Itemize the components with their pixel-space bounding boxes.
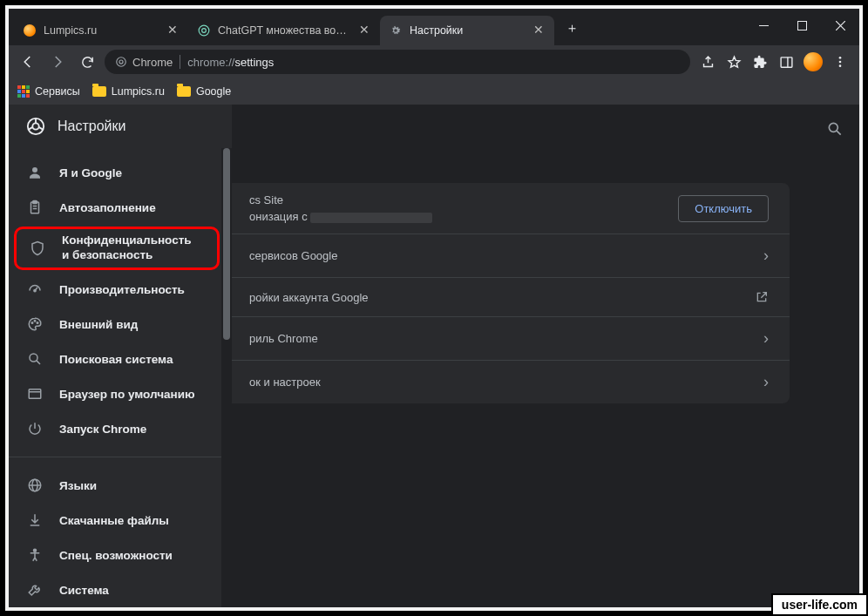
svg-line-24	[37, 361, 40, 364]
tab-title: ChatGPT множества возможн	[218, 24, 350, 37]
svg-point-23	[30, 354, 37, 362]
svg-rect-25	[29, 389, 41, 399]
svg-rect-2	[759, 25, 769, 26]
sidebar-item-privacy[interactable]: Конфиденциальность и безопасность	[14, 227, 220, 270]
maximize-button[interactable]	[783, 10, 821, 40]
folder-icon	[177, 86, 191, 97]
chrome-logo-icon	[26, 117, 45, 136]
sidebar-item-languages[interactable]: Языки	[9, 468, 232, 503]
card-row-chrome-profile[interactable]: риль Chrome ›	[232, 316, 790, 360]
main-search-button[interactable]	[810, 105, 859, 153]
sidebar-label: Автозаполнение	[59, 201, 156, 214]
titlebar: Lumpics.ru ✕ ChatGPT множества возможн ✕…	[9, 9, 859, 45]
sidebar-title: Настройки	[58, 118, 125, 134]
favicon-chatgpt-icon	[197, 24, 211, 37]
url-text: chrome://settings	[187, 56, 274, 69]
chrome-chip: Chrome	[115, 56, 173, 69]
svg-point-13	[32, 167, 37, 173]
bookmark-lumpics[interactable]: Lumpics.ru	[92, 85, 165, 98]
svg-point-10	[839, 64, 842, 67]
sidebar-label: Поисковая система	[59, 353, 173, 366]
sidebar-label: Спец. возможности	[59, 549, 173, 562]
reload-button[interactable]	[75, 50, 99, 74]
share-icon[interactable]	[699, 53, 716, 71]
card-row-bookmarks-settings[interactable]: ок и настроек ›	[232, 360, 790, 403]
close-icon[interactable]: ✕	[532, 24, 546, 37]
search-icon	[26, 350, 44, 368]
download-icon	[26, 511, 44, 529]
separator	[180, 55, 180, 69]
window-controls	[744, 10, 859, 40]
window-icon	[26, 385, 44, 403]
scrollbar-thumb[interactable]	[223, 148, 230, 340]
scrollbar-track[interactable]	[221, 148, 232, 607]
sync-card: cs Site онизация с Отключить сервисов Go…	[232, 183, 790, 403]
sync-title-partial: cs Site	[249, 193, 432, 206]
url-prefix: Chrome	[132, 56, 173, 69]
close-icon[interactable]: ✕	[166, 24, 180, 37]
sync-subtitle: онизация с	[249, 210, 432, 223]
close-icon[interactable]: ✕	[357, 24, 371, 37]
sidebar-label: Языки	[59, 479, 97, 492]
speed-icon	[26, 281, 44, 298]
svg-point-31	[829, 123, 837, 132]
menu-icon[interactable]	[831, 53, 849, 71]
close-window-button[interactable]	[821, 10, 859, 40]
sidebar-item-you-and-google[interactable]: Я и Google	[9, 155, 232, 190]
forward-button[interactable]	[45, 50, 70, 74]
palette-icon	[26, 315, 44, 333]
person-icon	[26, 164, 44, 181]
profile-avatar[interactable]	[804, 52, 823, 71]
bookmark-google[interactable]: Google	[177, 85, 231, 98]
sidebar-label: Производительность	[59, 283, 185, 296]
sidebar-item-autofill[interactable]: Автозаполнение	[9, 190, 232, 225]
sync-card-header: cs Site онизация с Отключить	[232, 183, 790, 234]
omnibox[interactable]: Chrome chrome://settings	[105, 50, 690, 74]
card-row-google-services[interactable]: сервисов Google ›	[232, 234, 790, 277]
new-tab-button[interactable]: ＋	[559, 16, 584, 40]
apps-shortcut[interactable]: Сервисы	[17, 85, 80, 98]
sidebar-item-system[interactable]: Система	[9, 572, 232, 607]
bookmark-star-icon[interactable]	[725, 53, 743, 71]
sidebar-item-downloads[interactable]: Скачанные файлы	[9, 503, 232, 538]
tab-chatgpt[interactable]: ChatGPT множества возможн ✕	[188, 16, 380, 45]
sidebar-label: Браузер по умолчанию	[59, 388, 195, 401]
redacted-email	[310, 213, 432, 223]
external-link-icon	[755, 290, 769, 304]
card-row-google-account[interactable]: ройки аккаунта Google	[232, 277, 790, 316]
tab-settings[interactable]: Настройки ✕	[380, 16, 554, 45]
svg-rect-15	[33, 201, 37, 204]
sidebar-item-performance[interactable]: Производительность	[9, 272, 232, 307]
tab-lumpics[interactable]: Lumpics.ru ✕	[14, 16, 188, 45]
svg-point-1	[202, 29, 207, 33]
minimize-button[interactable]	[744, 10, 783, 40]
disable-sync-button[interactable]: Отключить	[678, 195, 769, 222]
toolbar-icons	[695, 52, 852, 71]
sidebar-item-search[interactable]: Поисковая система	[9, 342, 232, 376]
favicon-gear-icon	[389, 24, 403, 37]
apps-grid-icon	[17, 85, 30, 98]
sidebar-label: Система	[59, 584, 109, 597]
watermark: user-life.com	[771, 593, 868, 616]
wrench-icon	[26, 581, 44, 599]
sidepanel-icon[interactable]	[777, 53, 795, 71]
sidebar-item-startup[interactable]: Запуск Chrome	[9, 411, 232, 446]
favicon-orange-icon	[23, 24, 37, 37]
chevron-right-icon: ›	[763, 329, 769, 348]
globe-icon	[26, 477, 44, 494]
shield-icon	[29, 240, 46, 257]
sidebar-divider	[9, 457, 232, 457]
settings-cards: cs Site онизация с Отключить сервисов Go…	[232, 183, 790, 414]
sidebar-item-accessibility[interactable]: Спец. возможности	[9, 538, 232, 572]
extensions-icon[interactable]	[751, 53, 769, 71]
apps-label: Сервисы	[35, 85, 80, 98]
svg-point-12	[32, 123, 38, 129]
svg-point-5	[119, 60, 123, 64]
content-area: Настройки Я и Google Автозаполнение Конф…	[9, 105, 859, 607]
sidebar-item-appearance[interactable]: Внешний вид	[9, 307, 232, 342]
svg-point-20	[31, 322, 33, 324]
accessibility-icon	[26, 546, 44, 564]
sidebar-item-default-browser[interactable]: Браузер по умолчанию	[9, 376, 232, 411]
svg-rect-3	[797, 21, 806, 30]
back-button[interactable]	[16, 50, 40, 74]
